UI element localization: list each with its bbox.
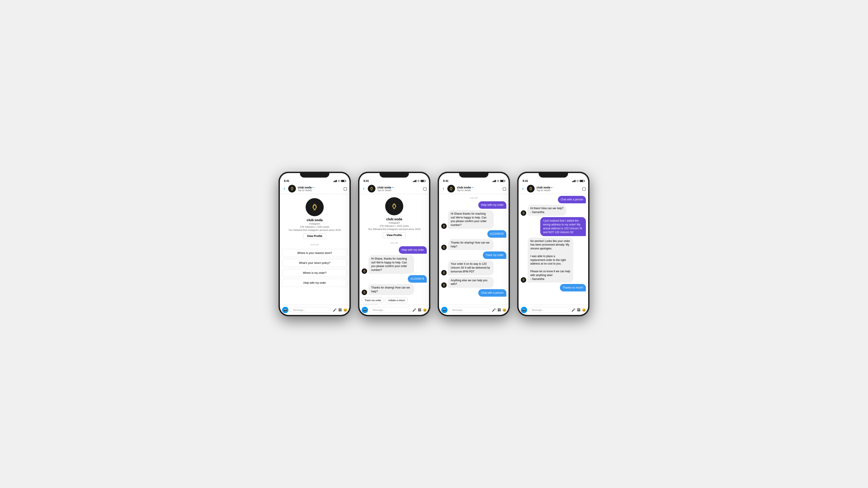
- view-profile-button[interactable]: View Profile: [383, 232, 406, 238]
- status-icons: ☉: [333, 180, 345, 183]
- tap-for-details[interactable]: Tap for details: [536, 189, 582, 192]
- wifi-icon: ☉: [338, 180, 340, 183]
- phone-screen: 9:41 ☉ ‹ club:soda ● › Tap for details: [439, 173, 508, 315]
- image-icon[interactable]: 🖼: [418, 308, 421, 312]
- sender-avatar: [441, 283, 447, 288]
- phone-1: 9:41 ☉ ‹ club:soda ● › Tap for details: [278, 172, 351, 316]
- input-bar: 📷 Message... 🎤 🖼 😀: [360, 305, 429, 315]
- message-row: Hi Shane thanks for reaching out! We're …: [441, 210, 506, 229]
- emoji-icon[interactable]: 😀: [502, 308, 506, 312]
- mic-icon[interactable]: 🎤: [571, 308, 575, 312]
- mic-icon[interactable]: 🎤: [492, 308, 496, 312]
- message-row: Hi Shane, thanks for reaching out! We're…: [362, 255, 427, 274]
- tap-for-details[interactable]: Tap for details: [377, 189, 423, 192]
- image-icon[interactable]: 🖼: [338, 308, 342, 312]
- signal-icon: [572, 180, 576, 182]
- back-button[interactable]: ‹: [441, 186, 445, 192]
- message-input[interactable]: Message...: [290, 307, 331, 313]
- header-name: club:soda ● ›: [457, 186, 502, 189]
- suggestion-item-2[interactable]: Where is my order?: [282, 269, 347, 277]
- emoji-icon[interactable]: 😀: [343, 308, 347, 312]
- message-bubble: Thanks so much!: [560, 284, 586, 291]
- back-button[interactable]: ‹: [521, 186, 525, 192]
- input-icons: 🎤 🖼 😀: [571, 308, 586, 312]
- chat-body: Chat with a person Hi there! How can we …: [519, 194, 588, 305]
- message-row: #12345678: [441, 230, 506, 238]
- timestamp: 9:41 AM: [441, 197, 506, 199]
- input-bar: 📷 Message... 🎤 🖼 😀: [439, 305, 508, 315]
- profile-platform: Instagram: [389, 221, 400, 224]
- camera-button[interactable]: 📷: [441, 307, 447, 313]
- mic-icon[interactable]: 🎤: [412, 308, 416, 312]
- battery-icon: [500, 180, 504, 182]
- chat-header: ‹ club:soda ● › Tap for details ▢: [439, 184, 508, 194]
- video-call-button[interactable]: ▢: [423, 186, 427, 191]
- phone-3: 9:41 ☉ ‹ club:soda ● › Tap for details: [438, 172, 510, 316]
- battery-icon: [421, 180, 425, 182]
- message-row: Help with my order: [441, 201, 506, 209]
- view-profile-button[interactable]: View Profile: [303, 233, 326, 239]
- signal-icon: [333, 180, 337, 182]
- notch: [300, 172, 329, 177]
- image-icon[interactable]: 🖼: [577, 308, 580, 312]
- time: 9:41: [284, 180, 289, 183]
- camera-button[interactable]: 📷: [362, 307, 368, 313]
- video-call-button[interactable]: ▢: [582, 186, 586, 191]
- notch: [379, 172, 409, 177]
- phone-4: 9:41 ☉ ‹ club:soda ● › Tap for details: [517, 172, 590, 316]
- message-input[interactable]: Message...: [529, 307, 569, 313]
- input-bar: 📷 Message... 🎤 🖼 😀: [280, 305, 349, 315]
- mic-icon[interactable]: 🎤: [333, 308, 337, 312]
- chat-header: ‹ club:soda ● › Tap for details ▢: [519, 184, 588, 194]
- message-row: I just realized that I added the wrong a…: [521, 217, 586, 236]
- message-row: Thanks for sharing! How can we help?: [441, 239, 506, 250]
- message-row: Anything else we can help you with?: [441, 277, 506, 288]
- header-info: club:soda ● › Tap for details: [457, 186, 502, 192]
- suggestion-item-3[interactable]: Help with my order: [282, 279, 347, 287]
- battery-icon: [341, 180, 345, 182]
- notch: [539, 172, 568, 177]
- message-bubble: Hi there! How can we help?- Samantha: [528, 205, 566, 216]
- status-icons: ☉: [413, 180, 425, 183]
- sender-avatar: [521, 210, 526, 216]
- status-icons: ☉: [493, 180, 504, 183]
- profile-avatar: [306, 198, 324, 216]
- emoji-icon[interactable]: 😀: [423, 308, 427, 312]
- chevron-icon: ›: [473, 186, 474, 189]
- username: club:soda: [457, 186, 471, 189]
- suggestion-item-0[interactable]: Where is your nearest store?: [282, 249, 347, 257]
- profile-stats: 27K followers • 1041 posts: [379, 225, 409, 227]
- video-call-button[interactable]: ▢: [343, 186, 347, 191]
- message-bubble: I just realized that I added the wrong a…: [540, 217, 586, 236]
- signal-icon: [413, 180, 416, 182]
- message-row: Thanks for sharing! How can we help?: [362, 284, 427, 295]
- message-input[interactable]: Message...: [450, 307, 490, 313]
- time: 9:41: [364, 180, 369, 183]
- message-bubble: Track my order: [483, 252, 506, 259]
- tap-for-details[interactable]: Tap for details: [298, 189, 343, 192]
- camera-button[interactable]: 📷: [521, 307, 527, 313]
- message-input[interactable]: Message...: [370, 307, 410, 313]
- chat-body: club:soda Instagram 27K followers • 1041…: [360, 194, 429, 305]
- quick-reply-0[interactable]: Track my order: [362, 297, 384, 303]
- phone-2: 9:41 ☉ ‹ club:soda ● › Tap for details: [358, 172, 430, 316]
- quick-replies: Track my orderInitiate a returnChat with…: [362, 296, 427, 305]
- video-call-button[interactable]: ▢: [502, 186, 506, 191]
- back-button[interactable]: ‹: [282, 186, 286, 192]
- camera-button[interactable]: 📷: [282, 307, 288, 313]
- back-button[interactable]: ‹: [362, 186, 366, 192]
- svg-point-24: [521, 211, 526, 215]
- message-bubble: Chat with a person: [478, 289, 506, 297]
- username: club:soda: [377, 186, 391, 189]
- verified-icon: ●: [392, 186, 393, 189]
- message-bubble: #12345678: [487, 230, 506, 238]
- tap-for-details[interactable]: Tap for details: [457, 189, 502, 192]
- suggestion-item-1[interactable]: What's your return policy?: [282, 259, 347, 267]
- input-icons: 🎤 🖼 😀: [333, 308, 347, 312]
- quick-reply-1[interactable]: Initiate a return: [385, 297, 408, 303]
- profile-name: club:soda: [307, 218, 323, 222]
- image-icon[interactable]: 🖼: [498, 308, 501, 312]
- chat-header: ‹ club:soda ● › Tap for details ▢: [280, 184, 349, 194]
- emoji-icon[interactable]: 😀: [582, 308, 586, 312]
- verified-icon: ●: [471, 186, 473, 189]
